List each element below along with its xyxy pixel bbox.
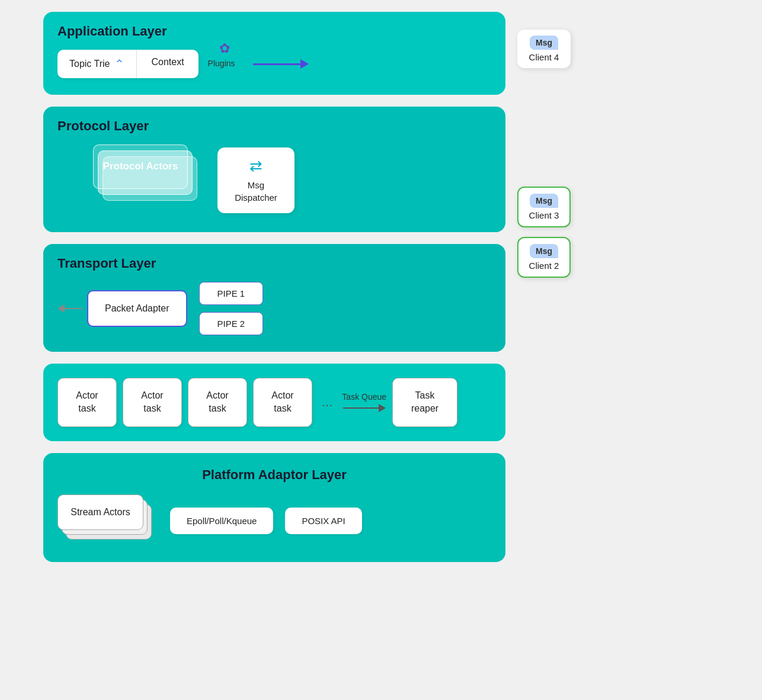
protocol-actors-stack: Protocol Actors <box>93 145 206 216</box>
right-clients-column: Msg Client 4 Msg Client 3 Msg Client 2 <box>517 12 571 278</box>
client2: Msg Client 2 <box>517 237 571 278</box>
actor-tasks-layer: Actortask Actortask Actortask Actortask … <box>43 364 505 441</box>
actor-task-4: Actortask <box>253 378 312 427</box>
actor-tasks-content: Actortask Actortask Actortask Actortask … <box>57 378 491 427</box>
stream-stack-front: Stream Actors <box>57 495 143 530</box>
msg-dispatcher-label: MsgDispatcher <box>235 179 277 204</box>
task-reaper: Taskreaper <box>392 378 457 427</box>
platform-content: Stream Actors Epoll/Poll/Kqueue POSIX AP… <box>57 495 491 548</box>
transport-layer-title: Transport Layer <box>57 256 491 271</box>
actor-task-3: Actortask <box>188 378 247 427</box>
pipe-column: PIPE 1 PIPE 2 <box>199 282 264 335</box>
plugins-container: Plugins ✿ <box>208 59 235 69</box>
pipe2-box: PIPE 2 <box>199 312 264 335</box>
client3-msg: Msg <box>530 194 558 208</box>
task-queue-arrow-head <box>379 404 386 412</box>
context-box: Context <box>137 50 198 78</box>
transport-layer: Transport Layer Packet Adapter <box>43 244 505 352</box>
platform-layer-title: Platform Adaptor Layer <box>57 467 491 483</box>
diagram-container: Application Layer Topic Trie ⌃ Context <box>43 12 719 568</box>
protocol-layer-title: Protocol Layer <box>57 118 491 134</box>
actor-task-2: Actortask <box>123 378 182 427</box>
client2-msg: Msg <box>530 244 558 258</box>
plugin-icon: ✿ <box>219 41 230 56</box>
trie-icon: ⌃ <box>114 57 124 71</box>
plugin-label: Plugins <box>208 59 235 68</box>
msg-dispatcher: ⇄ MsgDispatcher <box>217 147 294 213</box>
dots-separator: ... <box>318 394 336 410</box>
gray-arrow-line-left <box>65 308 82 309</box>
gray-arrow-head-left <box>57 304 65 313</box>
application-layer: Application Layer Topic Trie ⌃ Context <box>43 12 505 95</box>
task-queue-label: Task Queue <box>342 392 386 402</box>
application-layer-title: Application Layer <box>57 24 491 39</box>
topic-trie-box: Topic Trie ⌃ <box>57 50 137 78</box>
gray-arrow-left <box>57 304 82 313</box>
stack-front: Protocol Actors <box>93 145 188 189</box>
client4-label: Client 4 <box>529 52 559 62</box>
platform-layer: Platform Adaptor Layer Stream Actors Epo… <box>43 453 505 562</box>
dispatcher-icon: ⇄ <box>249 157 262 175</box>
client4: Msg Client 4 <box>517 30 571 68</box>
client3-label: Client 3 <box>529 210 559 220</box>
task-queue-arrow-line <box>343 407 379 409</box>
client4-msg: Msg <box>530 36 558 50</box>
plugin-arrow-line <box>253 63 300 65</box>
epoll-box: Epoll/Poll/Kqueue <box>170 508 273 534</box>
task-queue-arrow <box>343 404 386 412</box>
task-queue-area: Task Queue <box>342 392 386 412</box>
plugin-arrow-head <box>300 59 309 69</box>
packet-adapter: Packet Adapter <box>87 290 187 327</box>
protocol-actors-label: Protocol Actors <box>103 160 178 173</box>
pipe1-box: PIPE 1 <box>199 282 264 305</box>
protocol-layer: Protocol Layer Protocol Actors ⇄ <box>43 107 505 232</box>
actor-task-1: Actortask <box>57 378 117 427</box>
client3: Msg Client 3 <box>517 187 571 227</box>
topic-trie-label: Topic Trie <box>69 59 110 69</box>
posix-box: POSIX API <box>285 508 361 534</box>
client1-arrow-area: Packet Adapter <box>57 290 187 327</box>
stream-actors-stack: Stream Actors <box>57 495 158 548</box>
stream-actors-label: Stream Actors <box>71 507 130 518</box>
client2-label: Client 2 <box>529 261 559 271</box>
topic-context-box: Topic Trie ⌃ Context <box>57 50 198 78</box>
